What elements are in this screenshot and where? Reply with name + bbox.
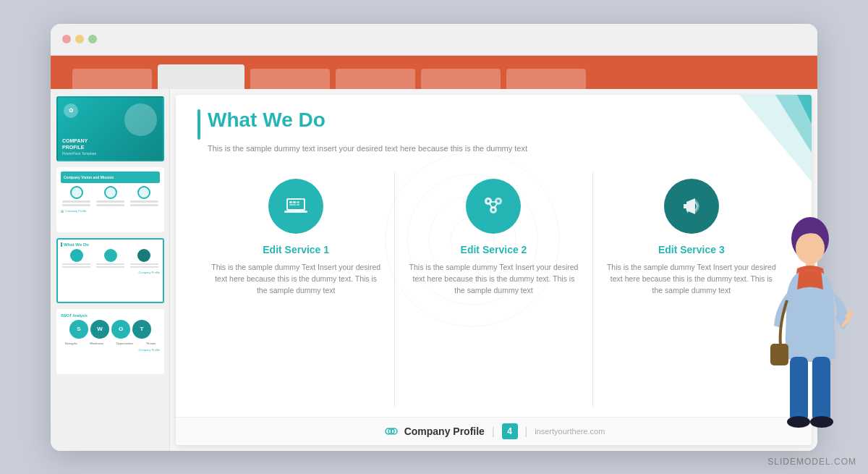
tab-3[interactable] <box>250 69 330 89</box>
thumb1-title: COMPANY <box>62 137 96 144</box>
svg-rect-12 <box>297 201 299 203</box>
slides-sidebar: ✿ COMPANY PROFILE PowerPoint Template Co… <box>51 89 170 451</box>
svg-point-22 <box>492 208 495 211</box>
svg-point-31 <box>796 232 825 264</box>
tab-5[interactable] <box>421 69 501 89</box>
svg-point-21 <box>497 200 500 203</box>
slide-thumbnail-3[interactable]: What We Do <box>56 238 164 303</box>
tab-4[interactable] <box>336 69 415 89</box>
dot-red[interactable] <box>62 35 71 43</box>
service-2-name: Edit Service 2 <box>461 244 527 255</box>
tab-1[interactable] <box>72 69 152 89</box>
slide-main-title: What We Do <box>208 109 326 132</box>
slide-thumbnail-4[interactable]: SWOT Analysis S W O T Strengths Weakness… <box>56 309 164 374</box>
service-2-desc: This is the sample dummy Text Insert you… <box>407 261 580 297</box>
svg-rect-39 <box>770 344 788 365</box>
svg-rect-14 <box>297 204 299 206</box>
service-2-icon-circle <box>466 179 521 234</box>
character-illustration <box>767 199 854 452</box>
tab-bar <box>51 56 817 89</box>
tab-2[interactable] <box>158 64 244 89</box>
service-1-desc: This is the sample dummy Text Insert you… <box>209 261 383 297</box>
thumb4-title: SWOT Analysis <box>61 313 160 318</box>
svg-rect-16 <box>292 210 299 211</box>
swot-w: W <box>90 320 109 339</box>
slide-thumbnail-2[interactable]: Company Vision and Mission <box>56 167 164 232</box>
service-3-desc: This is the sample dummy Text Insert you… <box>605 261 778 297</box>
svg-point-37 <box>787 416 810 428</box>
swot-o: O <box>111 320 130 339</box>
thumb1-subtitle: PROFILE <box>62 144 96 151</box>
footer-divider-2: | <box>525 426 528 437</box>
slide-thumbnail-1[interactable]: ✿ COMPANY PROFILE PowerPoint Template <box>56 96 164 161</box>
footer-logo-text: Company Profile <box>404 426 485 437</box>
svg-rect-10 <box>289 201 292 203</box>
service-1-name: Edit Service 1 <box>263 244 329 255</box>
main-slide: What We Do This is the sample dummy text… <box>176 95 812 445</box>
svg-point-38 <box>810 416 833 428</box>
dot-green[interactable] <box>88 35 97 43</box>
service-card-1: Edit Service 1 This is the sample dummy … <box>197 172 395 407</box>
thumb3-cp: Company Profile <box>138 271 160 274</box>
footer-logo-icon <box>383 424 400 439</box>
footer-url: insertyourthere.com <box>535 427 605 436</box>
svg-point-20 <box>487 200 490 203</box>
svg-rect-11 <box>293 201 296 203</box>
title-bar-accent <box>197 109 200 140</box>
svg-rect-36 <box>812 357 830 422</box>
footer-logo: Company Profile <box>383 424 485 439</box>
swot-s: S <box>69 320 88 339</box>
dot-yellow[interactable] <box>75 35 84 43</box>
browser-dots <box>62 35 97 43</box>
browser-chrome <box>51 24 817 56</box>
slidemodel-watermark: SLIDEMODEL.COM <box>767 457 856 467</box>
thumb3-title: What We Do <box>61 242 160 247</box>
svg-rect-35 <box>790 357 808 422</box>
slide-footer: Company Profile | 4 | insertyourthere.co… <box>176 417 812 445</box>
service-1-icon-circle <box>268 179 323 234</box>
footer-divider: | <box>492 426 495 437</box>
slide-content: What We Do This is the sample dummy text… <box>176 95 812 417</box>
service-card-2: Edit Service 2 This is the sample dummy … <box>395 172 592 407</box>
svg-rect-13 <box>289 204 296 206</box>
tab-bar-inner <box>72 56 586 89</box>
thumb2-cp: Company Profile <box>65 209 87 213</box>
service-3-name: Edit Service 3 <box>658 244 725 255</box>
tab-6[interactable] <box>506 69 586 89</box>
footer-page-number: 4 <box>502 423 518 439</box>
browser-body: ✿ COMPANY PROFILE PowerPoint Template Co… <box>51 89 817 451</box>
swot-t: T <box>132 320 151 339</box>
thumb2-header: Company Vision and Mission <box>61 172 160 183</box>
browser-window: ✿ COMPANY PROFILE PowerPoint Template Co… <box>51 24 817 451</box>
thumb1-sub2: PowerPoint Template <box>62 151 96 156</box>
